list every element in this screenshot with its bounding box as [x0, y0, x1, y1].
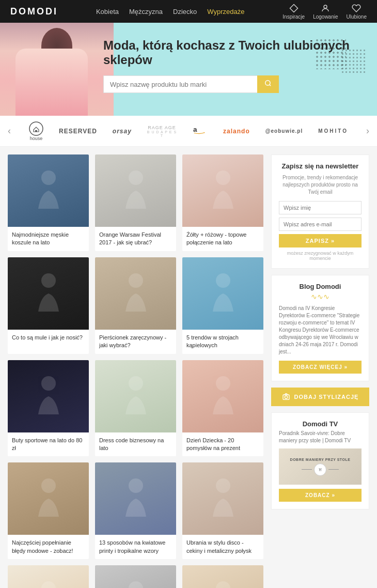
brand-zalando[interactable]: zalando [223, 128, 250, 135]
article-image-placeholder-icon [208, 270, 239, 317]
house-logo-icon [29, 121, 43, 136]
article-image-placeholder-icon [120, 578, 151, 588]
article-card[interactable]: Pierścionek zaręczynowy - jaki wybrać? [95, 257, 176, 354]
sidebar: Zapisz się na newsletter Promocje, trend… [271, 154, 369, 588]
nav-kobieta[interactable]: Kobieta [96, 8, 119, 16]
brand-reserved[interactable]: RESERVED [59, 128, 97, 135]
article-card-title: 13 sposobów na kwiatowe printy i tropika… [95, 535, 176, 559]
ulubione-label: Ulubione [347, 14, 367, 20]
blog-more-button[interactable]: ZOBACZ WIĘCEJ » [279, 361, 362, 374]
tv-see-button[interactable]: ZOBACZ » [279, 489, 362, 502]
logo[interactable]: DOMODI [10, 6, 58, 17]
article-card[interactable]: Buty sportowe na lato do 80 zł [8, 360, 89, 457]
brand-house[interactable]: house [29, 121, 43, 141]
logowanie-button[interactable]: Logowanie [313, 4, 338, 20]
article-card[interactable]: Żółty + różowy - topowe połączenie na la… [182, 154, 263, 251]
hero-search-form [103, 75, 279, 93]
article-image-placeholder-icon [120, 373, 151, 420]
diamond-icon [289, 4, 299, 13]
article-card[interactable]: Orange Warsaw Festival 2017 - jak się ub… [95, 154, 176, 251]
svg-point-14 [41, 376, 56, 391]
fork-icon [318, 468, 322, 472]
tv-thumbnail[interactable]: DOBRE MANIERY PRZY STOLE [279, 448, 362, 485]
heart-icon [352, 4, 361, 13]
article-card[interactable]: Ubrania w stylu disco - cekiny i metalic… [182, 462, 263, 559]
article-card[interactable]: 10 sukienek na lato, które musisz mieć! [95, 565, 176, 588]
article-card-image [182, 462, 263, 535]
tv-description: Poradnik Savoir-vivre: Dobre maniery prz… [279, 430, 362, 444]
article-card[interactable]: Co to są mule i jak je nosić? [8, 257, 89, 354]
brand-eobuwie[interactable]: @eobuwie.pl [265, 128, 303, 134]
article-card[interactable]: Ladies Every Day - musisz tu być! [8, 565, 89, 588]
article-card[interactable]: Najczęściej popełnianie błędy modowe - z… [8, 462, 89, 559]
newsletter-box: Zapisz się na newsletter Promocje, trend… [271, 154, 369, 269]
article-card-image [8, 257, 89, 330]
article-card-title: 5 trendów w strojach kąpielowych [182, 330, 263, 354]
svg-point-15 [129, 376, 143, 391]
nav-wyprzedaze[interactable]: Wyprzedaże [207, 8, 244, 16]
article-card-image [95, 360, 176, 432]
blog-text: Domodi na IV Kongresie Dyrektorów E-comm… [279, 305, 362, 355]
svg-point-12 [129, 273, 143, 288]
article-card[interactable]: Najmodniejsze męskie koszule na lato [8, 154, 89, 251]
newsletter-description: Promocje, trendy i rekomendacje najlepsz… [279, 174, 362, 196]
article-card-image [8, 154, 89, 227]
stylize-label: DOBAJ STYLIZACJĘ [294, 394, 359, 400]
article-card-title: Ubrania w stylu disco - cekiny i metalic… [182, 535, 263, 559]
search-icon [264, 80, 272, 87]
article-card[interactable]: Dress code biznesowy na lato [95, 360, 176, 457]
article-image-placeholder-icon [208, 373, 239, 420]
article-card-image [8, 462, 89, 535]
main-layout: Najmodniejsze męskie koszule na lato Ora… [0, 147, 377, 588]
article-image-placeholder-icon [33, 270, 64, 317]
svg-point-4 [29, 122, 43, 135]
ulubione-button[interactable]: Ulubione [347, 4, 367, 20]
article-image-placeholder-icon [208, 167, 239, 214]
svg-point-21 [129, 581, 143, 588]
article-image-placeholder-icon [208, 578, 239, 588]
newsletter-name-input[interactable] [279, 201, 362, 214]
svg-rect-5 [35, 130, 37, 132]
article-card-title: Najmodniejsze męskie koszule na lato [8, 227, 89, 251]
newsletter-email-input[interactable] [279, 218, 362, 231]
article-image-placeholder-icon [120, 475, 151, 522]
svg-point-17 [41, 478, 56, 493]
article-card[interactable]: Makijaże z Instagrama na lato! [182, 565, 263, 588]
article-card-title: Orange Warsaw Festival 2017 - jak się ub… [95, 227, 176, 251]
article-card-image [95, 257, 176, 330]
newsletter-unsubscribe-text: możesz zrezygnować w każdym momencie [279, 251, 362, 261]
svg-point-13 [216, 273, 230, 288]
newsletter-submit-button[interactable]: ZAPISZ » [279, 234, 362, 247]
brand-prev-arrow[interactable]: ‹ [5, 123, 13, 139]
tv-thumbnail-text: DOBRE MANIERY PRZY STOLE [290, 458, 351, 461]
hero-banner: Moda, którą kochasz z Twoich ulubionych … [0, 23, 377, 116]
brand-orsay[interactable]: orsay [113, 128, 132, 135]
article-card-title: Żółty + różowy - topowe połączenie na la… [182, 227, 263, 251]
brand-next-arrow[interactable]: › [364, 123, 372, 139]
svg-point-20 [41, 581, 56, 588]
article-card-title: Dzień Dziecka - 20 pomysłów na prezent [182, 432, 263, 457]
article-card[interactable]: 5 trendów w strojach kąpielowych [182, 257, 263, 354]
blog-box: Blog Domodi ∿∿∿ Domodi na IV Kongresie D… [271, 275, 369, 381]
article-card-image [95, 565, 176, 588]
article-card-image [8, 360, 89, 432]
article-card[interactable]: Dzień Dziecka - 20 pomysłów na prezent [182, 360, 263, 457]
logowanie-label: Logowanie [313, 14, 338, 20]
svg-point-16 [216, 376, 230, 391]
inspiracje-button[interactable]: Inspiracje [282, 4, 305, 20]
article-card-image [8, 565, 89, 588]
brand-amazon[interactable]: a [192, 125, 208, 137]
article-card[interactable]: 13 sposobów na kwiatowe printy i tropika… [95, 462, 176, 559]
nav-dziecko[interactable]: Dziecko [173, 8, 197, 16]
main-nav: Kobieta Mężczyzna Dziecko Wyprzedaże [96, 8, 245, 16]
brand-rage-age[interactable]: RAGE AGE B U D A P E S T [147, 125, 177, 137]
hero-search-button[interactable] [257, 75, 279, 93]
tv-title: Domodi TV [279, 420, 362, 428]
hero-search-input[interactable] [103, 75, 257, 93]
brand-mohito[interactable]: MOHITO [318, 128, 348, 134]
newsletter-title: Zapisz się na newsletter [279, 162, 362, 170]
article-image-placeholder-icon [120, 270, 151, 317]
nav-mezczyzna[interactable]: Mężczyzna [129, 8, 163, 16]
svg-point-19 [216, 478, 230, 493]
stylize-box[interactable]: DOBAJ STYLIZACJĘ [271, 388, 369, 406]
